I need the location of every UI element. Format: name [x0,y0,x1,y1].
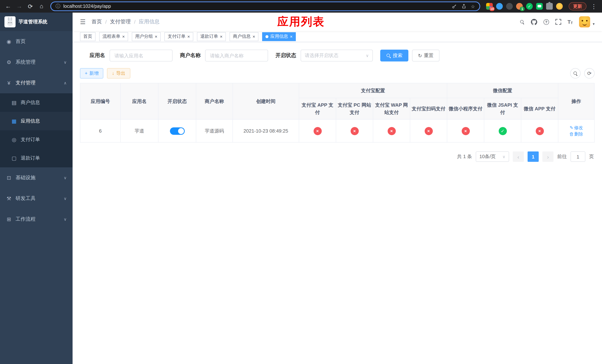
page-content: 应用名 商户名称 开启状态 请选择开启状态 ∨ [73,42,602,364]
help-icon[interactable]: ? [544,19,549,25]
tags-view-bar: 首页 流程表单 × 用户分组 × 支付订单 × 退款订单 × [73,31,602,42]
app-name-label: 应用名 [90,52,105,59]
back-icon[interactable]: ← [3,1,13,11]
extension-badge: 10 [489,7,495,11]
browser-update-button[interactable]: 更新 [569,2,586,10]
extension-avatar-icon[interactable]: 1 [516,3,523,10]
extension-drop-icon[interactable] [496,3,503,10]
sidebar-item-home[interactable]: ◉ 首页 [0,31,73,52]
sidebar: 芋道管理系统 ◉ 首页 ⚙ 系统管理 ∨ ¥ 支付管理 ∧ ▤ 商户信息 [0,13,73,364]
enabled-toggle[interactable] [170,127,184,135]
url-text: localhost:1024/pay/app [63,4,111,9]
sidebar-item-infra[interactable]: ⊡ 基础设施 ∨ [0,167,73,188]
prev-page-button[interactable]: ‹ [513,151,524,162]
breadcrumb-home[interactable]: 首页 [92,19,102,25]
share-icon[interactable] [461,4,466,9]
tab-process-form[interactable]: 流程表单 × [99,32,128,41]
status-label: 开启状态 [275,52,296,59]
search-button[interactable]: 搜索 [380,50,408,62]
extension-check-icon[interactable]: ✓ [526,3,533,10]
page-number-button[interactable]: 1 [527,151,539,162]
goto-page-input[interactable] [570,151,585,162]
browser-toolbar: ← → ⟳ ⌂ ⓘ localhost:1024/pay/app ☆ 10 [0,0,602,13]
group-wechat-config: 微信配置 [447,83,558,98]
tab-refund-order[interactable]: 退款订单 × [197,32,226,41]
refresh-icon: ↻ [418,53,422,58]
close-icon[interactable]: × [220,34,223,39]
bank-card-icon: ▤ [11,100,17,106]
app-title: 芋道管理系统 [19,19,47,25]
breadcrumb-section[interactable]: 支付管理 [110,19,131,25]
breadcrumb: 首页 / 支付管理 / 应用信息 [92,19,160,25]
tab-pay-order[interactable]: 支付订单 × [164,32,193,41]
chevron-down-icon: ∨ [64,217,67,222]
cell-created: 2021-10-23 08:49:25 [233,119,299,142]
font-size-icon[interactable]: TT [568,19,573,25]
toggle-search-button[interactable] [570,68,580,78]
close-icon[interactable]: × [252,34,255,39]
sidebar-item-payment[interactable]: ¥ 支付管理 ∧ [0,73,73,93]
tab-label: 退款订单 [200,33,218,40]
col-actions: 操作 [558,83,594,119]
close-icon[interactable]: × [122,34,125,39]
sidebar-item-merchant-info[interactable]: ▤ 商户信息 [0,93,73,112]
sidebar-item-label: 首页 [16,38,26,45]
forward-icon[interactable]: → [14,1,24,11]
sidebar-item-system[interactable]: ⚙ 系统管理 ∨ [0,52,73,73]
home-icon[interactable]: ⌂ [36,1,47,11]
sidebar-item-label: 系统管理 [16,59,35,65]
sidebar-item-label: 研发工具 [16,195,35,202]
reset-button[interactable]: ↻ 重置 [412,50,440,62]
tab-merchant-info[interactable]: 商户信息 × [230,32,258,41]
github-icon[interactable] [531,19,537,25]
refresh-table-button[interactable]: ⟳ [584,68,595,78]
extensions-puzzle-icon[interactable] [546,3,553,10]
status-select[interactable]: 请选择开启状态 ∨ [301,50,373,62]
hamburger-icon[interactable]: ☰ [80,18,86,26]
address-bar[interactable]: ⓘ localhost:1024/pay/app ☆ [50,1,480,11]
top-navbar: ☰ 首页 / 支付管理 / 应用信息 ? [73,13,602,31]
wx-jsapi-status-icon: ✓ [498,127,507,135]
tab-user-group[interactable]: 用户分组 × [132,32,161,41]
export-button[interactable]: ↓ 导出 [107,68,130,78]
extension-chat-icon[interactable] [536,3,543,10]
search-icon[interactable] [520,20,525,24]
download-icon: ↓ [112,71,114,76]
extension-grid-icon[interactable]: 10 [486,3,493,10]
tab-home[interactable]: 首页 [80,32,96,41]
close-icon[interactable]: × [155,34,157,39]
next-page-button[interactable]: › [542,151,553,162]
fullscreen-icon[interactable] [555,19,561,25]
close-icon[interactable]: × [290,34,292,39]
sidebar-item-refund-order[interactable]: ▢ 退款订单 [0,149,73,167]
tab-label: 流程表单 [103,33,120,40]
password-key-icon[interactable] [452,4,457,9]
merchant-name-input[interactable] [205,50,268,62]
sidebar-item-app-info[interactable]: ▦ 应用信息 [0,112,73,130]
bookmark-star-icon[interactable]: ☆ [471,3,475,9]
app-name-input[interactable] [110,50,172,62]
add-button[interactable]: + 新增 [80,68,104,78]
active-dot-icon [266,35,269,38]
edit-button[interactable]: ✎修改 [570,125,583,131]
tab-label: 商户信息 [233,33,251,40]
sidebar-item-workflow[interactable]: ⊞ 工作流程 ∨ [0,209,73,230]
caret-down-icon[interactable]: ▾ [593,22,595,26]
browser-menu-icon[interactable]: ⋮ [589,1,599,11]
profile-avatar-icon[interactable] [556,3,563,10]
site-info-icon[interactable]: ⓘ [55,3,60,10]
yen-icon: ¥ [6,80,12,86]
app-table: 应用编号 应用名 开启状态 商户名称 创建时间 支付宝配置 微信配置 操作 支付… [80,83,595,143]
reload-icon[interactable]: ⟳ [25,1,35,11]
page-size-select[interactable]: 10条/页 ∨ [476,151,509,162]
order-icon: ◎ [11,137,17,143]
sidebar-item-devtools[interactable]: ⚒ 研发工具 ∨ [0,188,73,209]
close-icon[interactable]: × [187,34,190,39]
sidebar-item-pay-order[interactable]: ◎ 支付订单 [0,130,73,149]
tab-app-info[interactable]: 应用信息 × [262,32,296,41]
search-icon [573,71,578,76]
delete-button[interactable]: 删除 [570,131,583,137]
extension-dark-icon[interactable] [506,3,513,10]
user-avatar[interactable] [579,16,590,27]
navbar-actions: ? TT ▾ [520,16,595,27]
